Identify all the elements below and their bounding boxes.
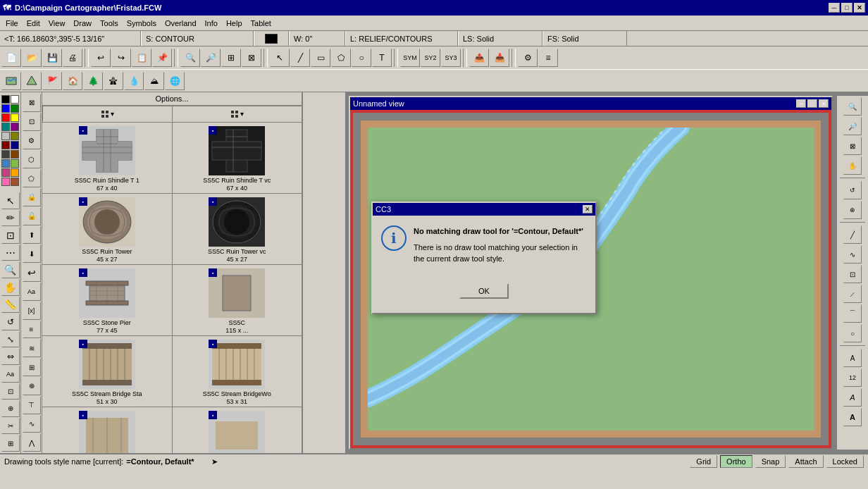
rmap-zoom-in[interactable]: 🔍 — [843, 97, 862, 116]
tool2-properties[interactable]: ⚙ — [23, 132, 41, 150]
tool-pan[interactable]: ✋ — [1, 279, 20, 296]
tb-props[interactable]: ⚙ — [518, 49, 538, 67]
swatch-brown[interactable] — [11, 150, 19, 159]
tb-text[interactable]: T — [372, 49, 392, 67]
dialog-close-button[interactable]: ✕ — [583, 205, 593, 213]
tb2-terrain[interactable] — [22, 72, 42, 90]
rmap-bezier[interactable]: ⌒ — [843, 304, 862, 323]
swatch-lightblue[interactable] — [1, 159, 10, 168]
tool-cursor[interactable]: ↖ — [1, 192, 20, 209]
swatch-black[interactable] — [1, 95, 10, 104]
tb-layers[interactable]: ≡ — [538, 49, 558, 67]
swatch-teal[interactable] — [1, 123, 10, 131]
rmap-zoom-all[interactable]: ⊠ — [843, 137, 862, 155]
tool2-ortho[interactable]: ⊤ — [23, 396, 41, 414]
rmap-text-fit[interactable]: 12 — [843, 369, 862, 387]
locked-button[interactable]: Locked — [826, 455, 864, 468]
tool2-grid[interactable]: ⊞ — [23, 358, 41, 376]
tool2-deselect[interactable]: ⊡ — [23, 113, 41, 131]
tool2-ungroup[interactable]: ⬠ — [23, 169, 41, 187]
tool2-distribute[interactable]: ≋ — [23, 339, 41, 357]
swatch-blue[interactable] — [1, 104, 10, 113]
attach-button[interactable]: Attach — [788, 455, 823, 468]
tb-symbol1[interactable]: SYM — [400, 49, 420, 67]
rmap-redraw[interactable]: ↺ — [843, 181, 862, 199]
menu-overland[interactable]: Overland — [161, 18, 201, 29]
symbol-stream-bridge-sta[interactable]: ▪ — [42, 336, 172, 407]
symbol-grid-view1[interactable]: ▾ — [42, 106, 172, 122]
minimize-button[interactable]: ─ — [829, 3, 840, 13]
tool-scale[interactable]: ⤡ — [1, 331, 20, 348]
symbol-grid-view2[interactable]: ▾ — [172, 106, 302, 122]
tool2-unlock[interactable]: 🔓 — [23, 207, 41, 225]
grid-button[interactable]: Grid — [690, 455, 717, 468]
swatch-green[interactable] — [11, 104, 19, 113]
tb-export[interactable]: 📤 — [469, 49, 489, 67]
tool-text-small[interactable]: Aa — [1, 366, 20, 383]
tool-erase[interactable]: ⊡ — [1, 227, 20, 244]
tool2-select-all[interactable]: ⊠ — [23, 94, 41, 112]
swatch-white[interactable] — [11, 95, 19, 104]
symbol-stream-bridge-wo[interactable]: ▪ S — [173, 336, 302, 407]
swatch-navy[interactable] — [11, 141, 19, 149]
menu-help[interactable]: Help — [222, 18, 247, 29]
symbol-stone-pier[interactable]: ▪ S — [42, 265, 172, 335]
tb-symbol2[interactable]: SY2 — [421, 49, 440, 67]
swatch-maroon[interactable] — [1, 141, 10, 149]
tool2-group[interactable]: ⬡ — [23, 150, 41, 168]
tool2-back[interactable]: ⬇ — [23, 244, 41, 263]
swatch-olive[interactable] — [11, 132, 19, 140]
symbol-extra1[interactable]: ▪ SS5C... — [42, 407, 172, 453]
tb-poly[interactable]: ⬠ — [331, 49, 351, 67]
tool-draw[interactable]: ✏ — [1, 210, 20, 227]
symbol-extra2[interactable]: ▪ SS5C... — [173, 407, 302, 453]
tb2-building[interactable]: 🏠 — [63, 72, 82, 90]
dialog-ok-button[interactable]: OK — [459, 283, 509, 299]
swatch-silver[interactable] — [1, 132, 10, 140]
tool-mirror[interactable]: ⇔ — [1, 348, 20, 365]
tb-circle[interactable]: ○ — [352, 49, 371, 67]
rmap-text[interactable]: A — [843, 349, 862, 367]
view-close[interactable]: ✕ — [819, 99, 829, 108]
tool2-front[interactable]: ⬆ — [23, 226, 41, 244]
symbol-unknown1[interactable]: ▪ SS5C115 x ... — [173, 265, 302, 335]
swatch-red[interactable] — [1, 113, 10, 122]
rmap-zoom-out[interactable]: 🔎 — [843, 117, 862, 135]
menu-draw[interactable]: Draw — [69, 18, 96, 29]
tb-copy[interactable]: 📋 — [132, 49, 151, 67]
tb-print[interactable]: 🖨 — [63, 49, 82, 67]
symbol-ruin-tower[interactable]: ▪ SS5C Ruin Tower45 x 27 — [42, 194, 172, 264]
ortho-button[interactable]: Ortho — [720, 455, 752, 468]
tb-zoom-all[interactable]: ⊠ — [242, 49, 261, 67]
swatch-yellow[interactable] — [11, 113, 19, 122]
tool2-nodes[interactable]: [x] — [23, 302, 41, 320]
tool2-redo[interactable]: Aa — [23, 283, 41, 301]
menu-file[interactable]: File — [1, 18, 23, 29]
tb-zoom-fit[interactable]: ⊞ — [221, 49, 241, 67]
tool2-align[interactable]: ≡ — [23, 321, 41, 339]
symbol-ruin-tower-vc[interactable]: ▪ SS5C Ruin Tower vc45 x 27 — [173, 194, 302, 264]
tb-redo[interactable]: ↪ — [111, 49, 131, 67]
view-minimize[interactable]: ─ — [796, 99, 806, 108]
tool-node[interactable]: ⊡ — [1, 383, 20, 400]
tb-save[interactable]: 💾 — [42, 49, 62, 67]
tb-import[interactable]: 📥 — [490, 49, 509, 67]
tb2-water[interactable]: 💧 — [124, 72, 144, 90]
tb2-map[interactable] — [1, 72, 21, 90]
tool-zoom[interactable]: 🔍 — [1, 261, 20, 278]
rmap-center[interactable]: ⊕ — [843, 201, 862, 219]
tool2-undo[interactable]: ↩ — [23, 264, 41, 282]
view-maximize[interactable]: □ — [807, 99, 817, 108]
swatch-orange[interactable] — [11, 168, 19, 177]
menu-tools[interactable]: Tools — [96, 18, 123, 29]
close-button[interactable]: ✕ — [854, 3, 865, 13]
tool-fill[interactable]: ⋯ — [1, 244, 20, 261]
tb-line[interactable]: ╱ — [290, 49, 310, 67]
tb2-tree[interactable]: 🌲 — [83, 72, 103, 90]
tool2-snap-btn[interactable]: ⊕ — [23, 377, 41, 395]
tool-snap[interactable]: ⊕ — [1, 400, 20, 417]
symbol-panel-header[interactable]: Options... — [42, 92, 302, 106]
tb2-mountain[interactable]: ⛰ — [144, 72, 164, 90]
rmap-font-bold[interactable]: A — [843, 408, 862, 426]
tb-paste[interactable]: 📌 — [152, 49, 172, 67]
